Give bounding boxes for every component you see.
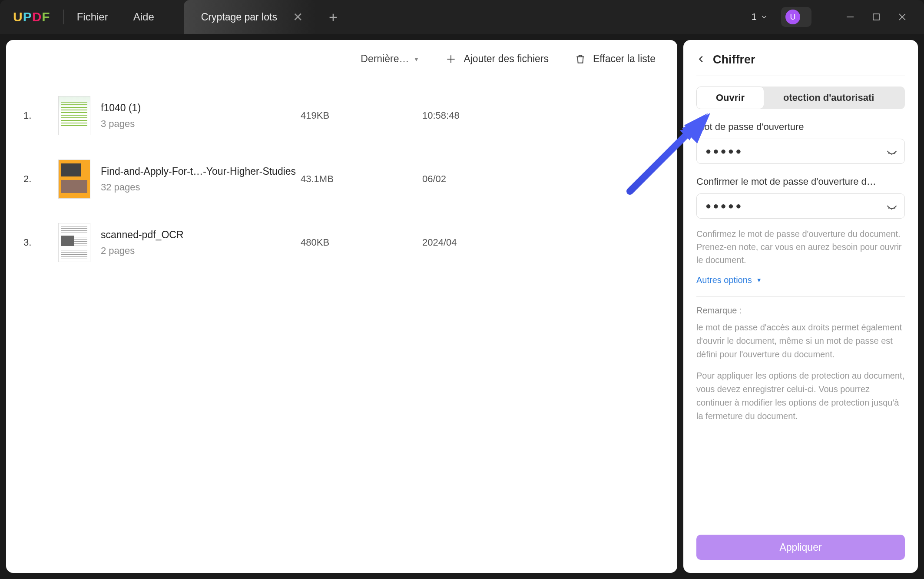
file-size: 419KB bbox=[301, 110, 422, 121]
tab-close-icon[interactable]: ✕ bbox=[293, 10, 303, 24]
menu-file[interactable]: Fichier bbox=[77, 11, 108, 23]
confirm-password-input[interactable] bbox=[696, 193, 905, 219]
encrypt-panel: Chiffrer Ouvrir otection d'autorisati Mo… bbox=[683, 40, 918, 573]
titlebar-right: 1 U bbox=[752, 7, 915, 27]
more-options-toggle[interactable]: Autres options ▼ bbox=[696, 275, 905, 285]
svg-rect-1 bbox=[873, 14, 879, 20]
file-name: Find-and-Apply-For-t…-Your-Higher-Studie… bbox=[101, 166, 301, 177]
back-button[interactable] bbox=[696, 54, 706, 66]
file-info: f1040 (1) 3 pages bbox=[101, 102, 301, 130]
confirm-password-field bbox=[696, 193, 905, 219]
file-date: 10:58:48 bbox=[422, 110, 460, 121]
svg-line-9 bbox=[889, 207, 889, 209]
app-window: UPDF Fichier Aide Cryptage par lots ✕ + … bbox=[0, 0, 924, 579]
panel-header: Chiffrer bbox=[683, 40, 918, 76]
triangle-down-icon: ▼ bbox=[756, 277, 762, 283]
sort-label: Dernière… bbox=[361, 53, 409, 65]
divider bbox=[696, 296, 905, 297]
toggle-password-visibility[interactable] bbox=[886, 144, 898, 158]
file-size: 43.1MB bbox=[301, 173, 422, 185]
maximize-button[interactable] bbox=[863, 8, 889, 26]
main-panel: Dernière… ▼ Ajouter des fichiers Effacer… bbox=[6, 40, 677, 573]
toggle-confirm-visibility[interactable] bbox=[886, 199, 898, 213]
panel-footer: Appliquer bbox=[683, 522, 918, 573]
open-password-label: Mot de passe d'ouverture bbox=[696, 121, 905, 133]
open-password-field bbox=[696, 139, 905, 164]
window-count-dropdown[interactable]: 1 bbox=[752, 11, 768, 23]
chevron-down-icon bbox=[760, 13, 768, 21]
plus-icon bbox=[445, 53, 457, 65]
file-info: scanned-pdf_OCR 2 pages bbox=[101, 229, 301, 256]
file-info: Find-and-Apply-For-t…-Your-Higher-Studie… bbox=[101, 166, 301, 193]
panel-body: Ouvrir otection d'autorisati Mot de pass… bbox=[683, 76, 918, 522]
clear-list-button[interactable]: Effacer la liste bbox=[575, 53, 656, 65]
file-index: 1. bbox=[23, 110, 31, 121]
minimize-button[interactable] bbox=[837, 8, 863, 26]
file-row[interactable]: 2. Find-and-Apply-For-t…-Your-Higher-Stu… bbox=[58, 147, 660, 211]
tab-batch-encrypt[interactable]: Cryptage par lots ✕ bbox=[184, 0, 316, 34]
file-name: f1040 (1) bbox=[101, 102, 301, 114]
divider bbox=[63, 10, 64, 24]
file-row[interactable]: 3. scanned-pdf_OCR 2 pages 480KB 2024/04 bbox=[58, 211, 660, 274]
file-pages: 3 pages bbox=[101, 118, 301, 130]
updf-logo: UPDF bbox=[13, 10, 50, 24]
titlebar: UPDF Fichier Aide Cryptage par lots ✕ + … bbox=[0, 0, 924, 34]
confirm-hint: Confirmez le mot de passe d'ouverture du… bbox=[696, 227, 905, 266]
security-tabs: Ouvrir otection d'autorisati bbox=[696, 87, 905, 109]
file-date: 06/02 bbox=[422, 173, 446, 185]
window-count: 1 bbox=[752, 11, 757, 23]
tab-permission-password[interactable]: otection d'autorisati bbox=[764, 87, 893, 109]
divider bbox=[830, 10, 830, 24]
panel-title: Chiffrer bbox=[713, 53, 755, 67]
note-text-1: le mot de passe d'accès aux droits perme… bbox=[696, 321, 905, 361]
eye-closed-icon bbox=[886, 199, 898, 211]
new-tab-button[interactable]: + bbox=[329, 9, 338, 26]
chevron-left-icon bbox=[696, 54, 706, 64]
add-files-label: Ajouter des fichiers bbox=[464, 53, 549, 65]
avatar: U bbox=[785, 10, 800, 24]
file-list: 1. f1040 (1) 3 pages 419KB 10:58:48 2. F… bbox=[6, 75, 677, 274]
apply-button[interactable]: Appliquer bbox=[696, 535, 905, 560]
more-options-label: Autres options bbox=[696, 275, 752, 285]
file-index: 3. bbox=[23, 237, 31, 248]
content-area: Dernière… ▼ Ajouter des fichiers Effacer… bbox=[0, 34, 924, 579]
file-name: scanned-pdf_OCR bbox=[101, 229, 301, 241]
svg-line-8 bbox=[894, 153, 895, 154]
file-date: 2024/04 bbox=[422, 237, 457, 248]
menu-help[interactable]: Aide bbox=[133, 11, 154, 23]
tab-open-password[interactable]: Ouvrir bbox=[696, 87, 764, 109]
avatar-button[interactable]: U bbox=[781, 7, 811, 27]
file-size: 480KB bbox=[301, 237, 422, 248]
file-row[interactable]: 1. f1040 (1) 3 pages 419KB 10:58:48 bbox=[58, 84, 660, 147]
confirm-password-label: Confirmer le mot de passe d'ouverture d… bbox=[696, 176, 905, 187]
sort-dropdown[interactable]: Dernière… ▼ bbox=[361, 53, 419, 65]
list-toolbar: Dernière… ▼ Ajouter des fichiers Effacer… bbox=[6, 53, 677, 75]
clear-list-label: Effacer la liste bbox=[593, 53, 656, 65]
file-thumbnail bbox=[58, 223, 90, 262]
file-pages: 32 pages bbox=[101, 182, 301, 193]
svg-line-11 bbox=[894, 207, 895, 209]
triangle-down-icon: ▼ bbox=[414, 56, 420, 63]
tab-label: Cryptage par lots bbox=[201, 11, 277, 23]
eye-closed-icon bbox=[886, 144, 898, 156]
note-heading: Remarque : bbox=[696, 306, 905, 316]
trash-icon bbox=[575, 53, 586, 65]
file-pages: 2 pages bbox=[101, 245, 301, 256]
file-index: 2. bbox=[23, 173, 31, 185]
file-thumbnail bbox=[58, 96, 90, 135]
close-window-button[interactable] bbox=[889, 8, 915, 26]
svg-line-6 bbox=[889, 153, 889, 154]
open-password-input[interactable] bbox=[696, 139, 905, 164]
file-thumbnail bbox=[58, 160, 90, 199]
add-files-button[interactable]: Ajouter des fichiers bbox=[445, 53, 549, 65]
note-text-2: Pour appliquer les options de protection… bbox=[696, 369, 905, 423]
